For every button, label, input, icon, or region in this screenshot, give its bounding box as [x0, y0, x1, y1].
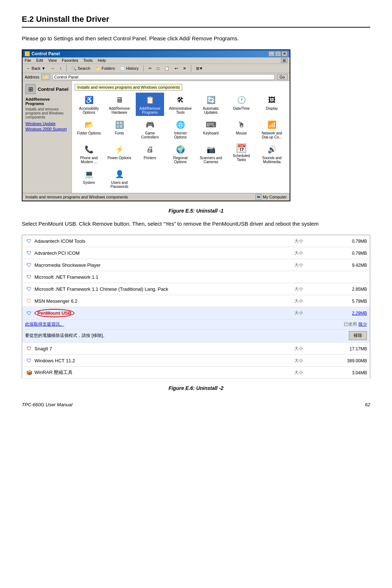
cp-icon-admin-tools[interactable]: 🛠 Administrative Tools	[166, 93, 195, 116]
prog-size-value-1: 0.79MB	[318, 235, 370, 247]
back-button[interactable]: ← Back ▼	[25, 65, 47, 71]
cp-icon-automatic-updates[interactable]: 🔄 Automatic Updates	[197, 93, 225, 116]
cp-icon-internet-options[interactable]: 🌐 Internet Options	[166, 117, 195, 141]
fonts-label: Fonts	[115, 131, 124, 135]
cut-button[interactable]: ✂	[147, 65, 154, 72]
prog-size-value-3: 9.42MB	[318, 259, 370, 271]
sidebar-panel-icon: ⊞	[25, 84, 36, 94]
cp-icon-regional-options[interactable]: 🌍 Regional Options	[166, 142, 195, 165]
up-button[interactable]: ↑	[58, 65, 64, 71]
table-row: 🛡 Adavantech ICOM Tools 大小 0.79MB	[22, 235, 370, 247]
statusbar-icon: 💻	[256, 194, 261, 200]
forward-button[interactable]: →	[49, 65, 56, 71]
keyboard-label: Keyboard	[203, 131, 219, 135]
go-button[interactable]: Go	[277, 74, 287, 80]
cp-icon-accessibility[interactable]: ♿ Accessibility Options	[75, 93, 103, 116]
cp-icon-display[interactable]: 🖼 Display	[258, 93, 286, 116]
prog-name-windows-hct: Windows HCT 11.2	[34, 358, 75, 363]
cp-icon-system[interactable]: 💻 System	[75, 167, 103, 190]
prog-icon-msn: 🛡	[25, 297, 33, 305]
menu-file[interactable]: File	[25, 58, 31, 63]
cp-icon-fonts[interactable]: 🔡 Fonts	[105, 117, 134, 141]
prog-icon-advantech-pci: 🛡	[25, 249, 33, 257]
statusbar-right: 💻 My Computer	[256, 194, 287, 200]
cp-icon-folder-options[interactable]: 📂 Folder Options	[75, 117, 103, 141]
printers-icon: 🖨	[144, 144, 156, 155]
sidebar-link-windows-update[interactable]: Windows Update	[25, 121, 69, 126]
menubar: File Edit View Favorites Tools Help ⊞	[23, 57, 290, 64]
cp-icon-scanners-cameras[interactable]: 📷 Scanners and Cameras	[197, 142, 225, 165]
cp-icon-keyboard[interactable]: ⌨ Keyboard	[197, 117, 225, 141]
penmount-size-link[interactable]: 2.29MB	[352, 311, 367, 316]
footer-manual: TPC-660G User Manual	[22, 402, 72, 407]
statusbar: Installs and removes programs and Window…	[23, 193, 290, 201]
display-icon: 🖼	[266, 94, 278, 106]
system-label: System	[83, 181, 95, 185]
cp-icon-sounds[interactable]: 🔊 Sounds and Multimedia	[258, 142, 286, 165]
system-icon: 💻	[83, 168, 95, 180]
prog-size-value-4	[318, 271, 370, 283]
cp-icon-mouse[interactable]: 🖱 Mouse	[227, 117, 256, 141]
icons-grid: ♿ Accessibility Options 🖥 Add/Remove Har…	[75, 93, 287, 190]
delete-button[interactable]: ✕	[181, 65, 188, 72]
penmount-used-label: 已使用	[344, 322, 357, 327]
prog-name-shockwave: Macromedia Shockwave Player	[34, 262, 101, 268]
maximize-button[interactable]: □	[275, 51, 281, 56]
internet-options-label: Internet Options	[168, 131, 193, 139]
prog-size-label-whct: 大小	[291, 355, 318, 367]
menu-edit[interactable]: Edit	[36, 58, 43, 63]
penmount-name-text: PenMount USB	[37, 310, 72, 316]
prog-name-cell: 🛡 Advantech PCI ICOM	[22, 247, 291, 259]
table-row: 🛡 Advantech PCI ICOM 大小 0.79MB	[22, 247, 370, 259]
minimize-button[interactable]: _	[269, 51, 274, 56]
datetime-icon: 🕐	[236, 94, 247, 106]
penmount-sub-cell: 此張取得支援資訊。	[22, 319, 318, 330]
folder-options-icon: 📂	[83, 119, 95, 130]
remove-button[interactable]: 移除	[349, 331, 367, 340]
internet-options-icon: 🌐	[175, 119, 186, 130]
prog-size-label-winrar: 大小	[291, 367, 318, 379]
menu-tools[interactable]: Tools	[83, 58, 93, 63]
titlebar-buttons[interactable]: _ □ ✕	[269, 51, 287, 56]
penmount-remove-text-cell: 要從您的電腦移除這個程式，請按 [移除]。	[22, 330, 318, 343]
phone-modem-icon: 📞	[83, 144, 95, 155]
cp-icon-add-remove-programs[interactable]: 📋 Add/Remove Programs	[136, 93, 164, 116]
prog-name-snagit: SnagIt 7	[34, 346, 52, 351]
cp-icon-game-controllers[interactable]: 🎮 Game Controllers	[136, 117, 164, 141]
penmount-used-value[interactable]: 很少	[358, 322, 367, 327]
sidebar-link-w2k-support[interactable]: Windows 2000 Support	[25, 127, 69, 131]
penmount-remove-row: 要從您的電腦移除這個程式，請按 [移除]。 移除	[22, 330, 370, 343]
cp-icon-network[interactable]: 📶 Network and Dial-up Co...	[258, 117, 286, 141]
cp-icon-printers[interactable]: 🖨 Printers	[136, 142, 164, 165]
addressbar: Address 📁 Control Panel Go	[23, 73, 290, 81]
undo-button[interactable]: ↩	[173, 65, 180, 72]
power-options-icon: ⚡	[114, 144, 125, 155]
table-row: 🛡 Microsoft .NET Framework 1.1 Chinese (…	[22, 283, 370, 295]
keyboard-icon: ⌨	[205, 119, 217, 130]
cp-icon-datetime[interactable]: 🕐 Date/Time	[227, 93, 256, 116]
copy-button[interactable]: □	[155, 65, 161, 71]
menu-help[interactable]: Help	[98, 58, 106, 63]
address-input[interactable]: Control Panel	[52, 74, 275, 80]
cp-icon-power-options[interactable]: ⚡ Power Options	[105, 142, 134, 165]
paste-button[interactable]: 📋	[163, 65, 171, 72]
penmount-sub-link[interactable]: 此張取得支援資訊。	[25, 322, 64, 327]
close-button[interactable]: ✕	[282, 51, 287, 56]
printers-label: Printers	[144, 156, 156, 160]
cp-icon-phone-modem[interactable]: 📞 Phone and Modem ...	[75, 142, 103, 165]
folders-button[interactable]: 📁 Folders	[94, 65, 117, 72]
footer-page: 62	[365, 402, 370, 407]
cp-icon-scheduled-tasks[interactable]: 📅 Scheduled Tasks	[227, 142, 256, 165]
prog-name-cell: 📦 WinRAR 壓縮工具	[22, 367, 291, 379]
menu-favorites[interactable]: Favorites	[62, 58, 78, 63]
penmount-row[interactable]: 🛡 PenMount USB 大小 2.29MB	[22, 307, 370, 319]
search-button[interactable]: 🔍 Search	[70, 65, 92, 72]
views-button[interactable]: ⊞▼	[194, 65, 205, 72]
intro-text: Please go to Settings and then select Co…	[22, 34, 370, 43]
menu-view[interactable]: View	[48, 58, 57, 63]
cp-icon-users-passwords[interactable]: 👤 Users and Passwords	[105, 167, 134, 190]
history-button[interactable]: 🕒 History	[118, 65, 140, 72]
display-label: Display	[266, 106, 278, 110]
cp-icon-add-hardware[interactable]: 🖥 Add/Remove Hardware	[105, 93, 134, 116]
prog-icon-penmount: 🛡	[25, 309, 33, 317]
